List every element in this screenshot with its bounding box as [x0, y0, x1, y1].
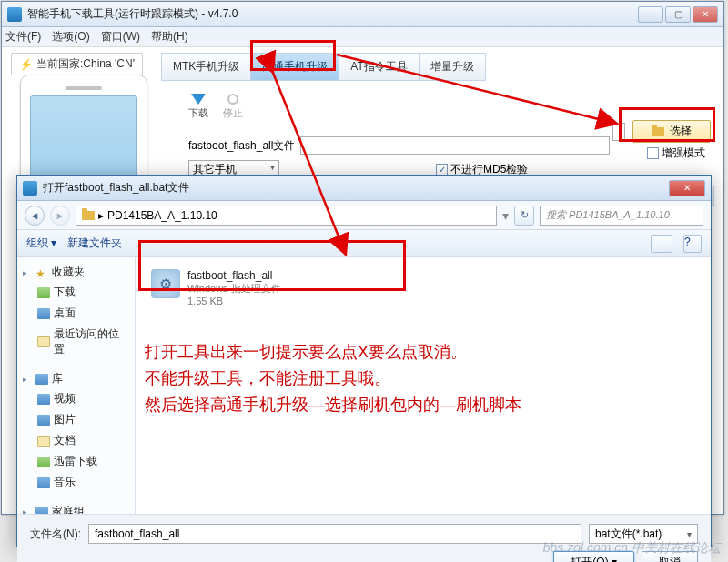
- menu-file[interactable]: 文件(F): [5, 29, 41, 45]
- bat-file-icon: [151, 269, 180, 298]
- sb-libraries[interactable]: 库: [52, 371, 63, 386]
- filename-label: 文件名(N):: [30, 527, 81, 542]
- file-item[interactable]: fastboot_flash_all Windows 批处理文件 1.55 KB: [147, 265, 401, 311]
- file-path-input[interactable]: [300, 136, 610, 155]
- sb-pictures[interactable]: 图片: [54, 412, 76, 427]
- file-list-area: fastboot_flash_all Windows 批处理文件 1.55 KB…: [136, 257, 711, 514]
- menu-help[interactable]: 帮助(H): [151, 29, 188, 45]
- sb-documents[interactable]: 文档: [54, 433, 76, 448]
- file-name: fastboot_flash_all: [187, 269, 281, 282]
- organize-menu[interactable]: 组织 ▾: [26, 236, 56, 251]
- help-button[interactable]: ?: [683, 235, 702, 253]
- menu-window[interactable]: 窗口(W): [101, 29, 140, 45]
- address-bar[interactable]: ▸ PD1415BA_A_1.10.10: [76, 206, 497, 226]
- menu-select[interactable]: 选项(O): [52, 29, 89, 45]
- file-open-dialog: 打开fastboot_flash_all.bat文件 ✕ ◄ ► ▸ PD141…: [16, 175, 712, 547]
- dialog-sidebar: ▸★收藏夹 下载 桌面 最近访问的位置 ▸库 视频 图片 文档 迅雷下载 音乐 …: [17, 257, 136, 514]
- tab-at[interactable]: AT指令工具: [339, 54, 419, 80]
- folder-icon: [652, 127, 664, 136]
- file-type: Windows 批处理文件: [187, 282, 281, 296]
- search-input[interactable]: 搜索 PD1415BA_A_1.10.10: [540, 206, 703, 226]
- tab-incr[interactable]: 增量升级: [420, 54, 485, 80]
- file-label: fastboot_flash_all文件: [188, 138, 295, 154]
- nav-back-button[interactable]: ◄: [25, 206, 45, 226]
- filename-input[interactable]: [88, 524, 581, 544]
- sb-videos[interactable]: 视频: [54, 391, 76, 406]
- minimize-button[interactable]: —: [638, 6, 663, 23]
- file-size: 1.55 KB: [187, 296, 281, 306]
- tabs: MTK手机升级 高通手机升级 AT指令工具 增量升级: [161, 53, 486, 81]
- close-button[interactable]: ✕: [693, 6, 718, 23]
- sb-downloads[interactable]: 下载: [54, 285, 76, 300]
- maximize-button[interactable]: ▢: [665, 6, 691, 23]
- nav-fwd-button[interactable]: ►: [50, 206, 70, 226]
- stop-button[interactable]: 停止: [223, 94, 243, 120]
- main-titlebar: 智能手机下载工具(运行时跟踪模式) - v4.7.0 — ▢ ✕: [2, 2, 723, 27]
- new-folder-button[interactable]: 新建文件夹: [67, 236, 122, 251]
- sb-favorites[interactable]: 收藏夹: [52, 265, 85, 280]
- tab-mtk[interactable]: MTK手机升级: [162, 54, 251, 80]
- bolt-icon: ⚡: [19, 58, 33, 71]
- sb-homegroup[interactable]: 家庭组: [52, 504, 85, 514]
- folder-icon: [82, 211, 95, 220]
- download-button[interactable]: 下载: [188, 94, 208, 120]
- watermark: bbs.zol.com.cn 中关村在线论坛: [543, 540, 721, 557]
- enhance-mode-checkbox[interactable]: 增强模式: [647, 146, 705, 161]
- sb-music[interactable]: 音乐: [54, 475, 76, 490]
- annotation-text: 打开工具出来一切提示要么点X要么点取消。 不能升级工具，不能注册工具哦。 然后选…: [145, 339, 521, 417]
- sb-xunlei[interactable]: 迅雷下载: [54, 454, 97, 469]
- tab-qcom[interactable]: 高通手机升级: [251, 54, 339, 80]
- dialog-title: 打开fastboot_flash_all.bat文件: [43, 180, 669, 196]
- refresh-button[interactable]: ↻: [514, 206, 534, 226]
- stop-icon: [228, 94, 238, 105]
- country-label: 当前国家:China 'CN': [36, 56, 135, 72]
- sb-recent[interactable]: 最近访问的位置: [54, 326, 129, 357]
- app-icon: [7, 7, 22, 22]
- download-icon: [191, 94, 206, 105]
- menu-bar: 文件(F) 选项(O) 窗口(W) 帮助(H): [2, 27, 723, 47]
- dialog-close-button[interactable]: ✕: [669, 180, 705, 196]
- select-file-button[interactable]: 选择: [632, 120, 711, 143]
- path-segment: PD1415BA_A_1.10.10: [107, 209, 217, 222]
- country-box: ⚡ 当前国家:China 'CN': [11, 53, 143, 75]
- view-mode-button[interactable]: [651, 235, 672, 253]
- dialog-icon: [23, 181, 37, 196]
- window-title: 智能手机下载工具(运行时跟踪模式) - v4.7.0: [27, 6, 638, 22]
- sb-desktop[interactable]: 桌面: [54, 306, 76, 321]
